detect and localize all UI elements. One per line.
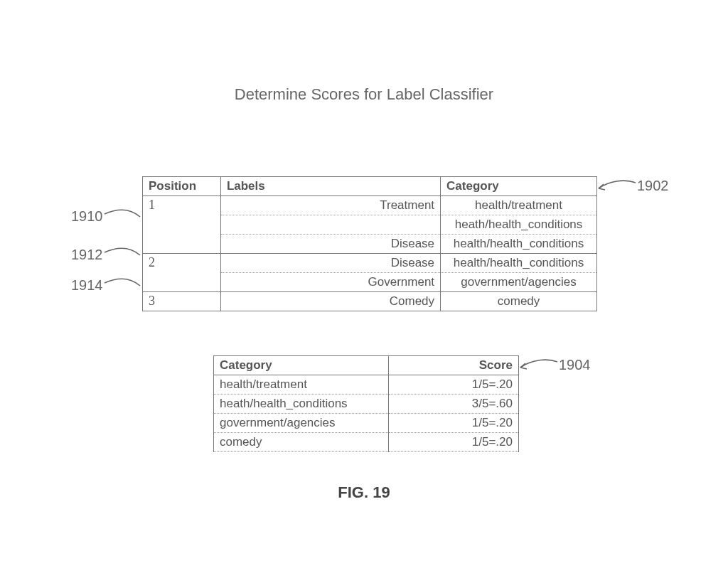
cell-category: health/health_conditions — [441, 254, 597, 273]
callout-label: 1910 — [71, 208, 103, 225]
cell-label: Government — [220, 273, 440, 292]
leader-arrow-icon — [596, 178, 637, 194]
callout-label: 1914 — [71, 277, 103, 294]
cell-score: 1/5=.20 — [389, 414, 519, 433]
scores-table: Category Score health/treatment 1/5=.20 … — [213, 355, 519, 452]
cell-score: 1/5=.20 — [389, 375, 519, 395]
table-header-row: Position Labels Category — [143, 177, 597, 196]
cell-category: health/treatment — [214, 375, 389, 395]
figure-19: Determine Scores for Label Classifier Po… — [0, 0, 728, 568]
cell-score: 3/5=.60 — [389, 395, 519, 414]
cell-category: heath/health_conditions — [441, 215, 597, 235]
page-title: Determine Scores for Label Classifier — [0, 85, 728, 104]
cell-label: Disease — [220, 235, 440, 254]
table-row: 3 Comedy comedy — [143, 292, 597, 311]
callout-1912: 1912 — [71, 245, 142, 264]
cell-label — [220, 215, 440, 235]
col-position: Position — [143, 177, 221, 196]
cell-category: heath/health_conditions — [214, 395, 389, 414]
leader-line-icon — [103, 207, 142, 225]
cell-position: 2 — [143, 254, 221, 292]
cell-category: government/agencies — [214, 414, 389, 433]
col-score: Score — [389, 356, 519, 375]
callout-label: 1904 — [559, 357, 591, 373]
cell-score: 1/5=.20 — [389, 433, 519, 452]
cell-category: health/health_conditions — [441, 235, 597, 254]
cell-label: Disease — [220, 254, 440, 273]
table-row: government/agencies 1/5=.20 — [214, 414, 519, 433]
callout-1914: 1914 — [71, 276, 142, 294]
callout-1910: 1910 — [71, 207, 142, 225]
cell-category: health/treatment — [441, 196, 597, 215]
cell-label: Comedy — [220, 292, 440, 311]
table-row: 2 Disease health/health_conditions — [143, 254, 597, 273]
table-row: comedy 1/5=.20 — [214, 433, 519, 452]
table-header-row: Category Score — [214, 356, 519, 375]
leader-line-icon — [103, 276, 142, 294]
cell-category: comedy — [441, 292, 597, 311]
callout-label: 1912 — [71, 247, 103, 263]
cell-position: 3 — [143, 292, 221, 311]
cell-category: government/agencies — [441, 273, 597, 292]
callout-label: 1902 — [637, 178, 669, 194]
col-category: Category — [441, 177, 597, 196]
table-row: 1 Treatment health/treatment — [143, 196, 597, 215]
figure-number: FIG. 19 — [0, 483, 728, 502]
cell-category: comedy — [214, 433, 389, 452]
leader-line-icon — [103, 245, 142, 264]
cell-label: Treatment — [220, 196, 440, 215]
cell-position: 1 — [143, 196, 221, 254]
callout-1904: 1904 — [518, 357, 591, 373]
table-row: health/treatment 1/5=.20 — [214, 375, 519, 395]
table-row: heath/health_conditions 3/5=.60 — [214, 395, 519, 414]
labels-table: Position Labels Category 1 Treatment hea… — [142, 176, 597, 311]
col-labels: Labels — [220, 177, 440, 196]
col-category: Category — [214, 356, 389, 375]
leader-arrow-icon — [518, 358, 559, 373]
callout-1902: 1902 — [596, 178, 669, 194]
